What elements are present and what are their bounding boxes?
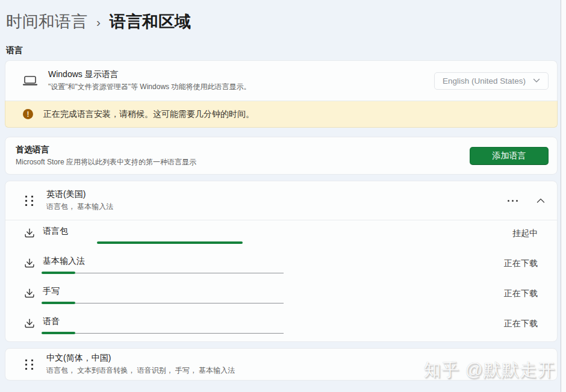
breadcrumb: 时间和语言 › 语言和区域 (6, 11, 191, 33)
display-language-card: Windows 显示语言 "设置"和"文件资源管理器"等 Windows 功能将… (5, 60, 558, 101)
language-subtitle: 语言包， 文本到语音转换， 语音识别， 手写， 基本输入法 (46, 366, 235, 376)
feature-row-handwriting: 手写 正在下载 (5, 281, 557, 311)
progress-bar (42, 272, 284, 274)
feature-row-language-pack: 语言包 挂起中 (5, 220, 557, 250)
feature-label: 语音 (43, 316, 60, 327)
language-title: 英语(美国) (46, 189, 113, 200)
drag-handle-icon[interactable] (25, 196, 33, 206)
scrollbar-track[interactable] (561, 0, 561, 392)
page-title: 语言和区域 (110, 11, 191, 33)
display-language-dropdown[interactable]: English (United States) (434, 72, 549, 90)
installation-warning-banner: ! 正在完成语言安装，请稍候。这可能需要几分钟的时间。 (5, 101, 558, 128)
feature-status: 挂起中 (512, 228, 538, 239)
language-title-block: 中文(简体，中国) 语言包， 文本到语音转换， 语音识别， 手写， 基本输入法 (46, 353, 235, 376)
display-language-dropdown-value: English (United States) (443, 76, 526, 86)
feature-status: 正在下载 (504, 319, 538, 329)
download-icon (23, 227, 36, 240)
language-card-header: 英语(美国) 语言包， 基本输入法 (5, 181, 557, 220)
display-language-title: Windows 显示语言 (48, 69, 250, 80)
preferred-language-card: 首选语言 Microsoft Store 应用将以此列表中支持的第一种语言显示 … (5, 137, 558, 175)
feature-label: 语言包 (43, 226, 68, 237)
feature-row-speech: 语音 正在下载 (5, 311, 557, 341)
language-subtitle: 语言包， 基本输入法 (46, 202, 113, 212)
display-language-text: Windows 显示语言 "设置"和"文件资源管理器"等 Windows 功能将… (48, 69, 250, 92)
progress-bar (42, 302, 284, 304)
breadcrumb-separator-icon: › (96, 14, 101, 30)
progress-bar (42, 332, 284, 334)
feature-label: 手写 (43, 286, 60, 297)
language-title-block: 英语(美国) 语言包， 基本输入法 (46, 189, 113, 212)
feature-status: 正在下载 (504, 258, 538, 269)
language-card-english-us: 英语(美国) 语言包， 基本输入法 语言包 挂起中 (5, 181, 558, 342)
settings-language-page: 时间和语言 › 语言和区域 语言 Windows 显示语言 "设置"和"文件资源… (0, 0, 566, 392)
drag-handle-icon[interactable] (25, 359, 33, 370)
section-label-language: 语言 (6, 45, 23, 56)
language-title: 中文(简体，中国) (46, 353, 235, 364)
preferred-language-text: 首选语言 Microsoft Store 应用将以此列表中支持的第一种语言显示 (16, 145, 196, 167)
right-margin (561, 0, 566, 392)
breadcrumb-parent[interactable]: 时间和语言 (6, 11, 87, 33)
progress-bar (42, 241, 284, 244)
watermark: 知乎 @默默走开 (424, 358, 556, 382)
download-icon (23, 317, 36, 331)
add-language-button[interactable]: 添加语言 (470, 147, 549, 165)
collapse-button[interactable] (533, 196, 549, 206)
warning-text: 正在完成语言安装，请稍候。这可能需要几分钟的时间。 (43, 109, 254, 120)
download-icon (23, 257, 36, 270)
alert-icon: ! (23, 109, 33, 119)
download-icon (23, 287, 36, 300)
chevron-down-icon (533, 78, 540, 83)
display-language-description: "设置"和"文件资源管理器"等 Windows 功能将使用此语言显示。 (48, 82, 250, 92)
feature-label: 基本输入法 (43, 256, 85, 267)
more-options-button[interactable] (505, 196, 520, 205)
preferred-language-title: 首选语言 (16, 145, 196, 155)
chevron-up-icon (536, 198, 545, 204)
preferred-language-description: Microsoft Store 应用将以此列表中支持的第一种语言显示 (16, 157, 196, 167)
feature-row-basic-typing: 基本输入法 正在下载 (5, 250, 557, 281)
laptop-icon (22, 74, 38, 87)
feature-status: 正在下载 (504, 288, 538, 299)
